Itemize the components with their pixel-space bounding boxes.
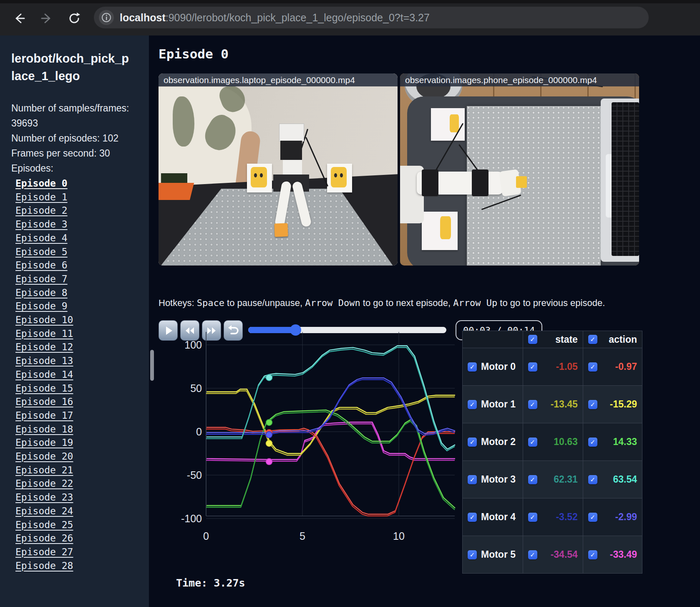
- sidebar: lerobot/koch_pick_place_1_lego Number of…: [0, 35, 149, 607]
- checkbox-checked-icon[interactable]: ✓: [468, 362, 477, 372]
- checkbox-checked-icon[interactable]: ✓: [588, 335, 597, 344]
- motor-state-value: 62.31: [541, 474, 578, 485]
- sidebar-episode-link[interactable]: Episode 11: [15, 327, 73, 341]
- sidebar-episode-link[interactable]: Episode 25: [15, 518, 73, 532]
- emoji-box-hug: [327, 164, 352, 192]
- sidebar-episode-link[interactable]: Episode 24: [15, 504, 73, 518]
- sidebar-episode-link[interactable]: Episode 17: [15, 409, 73, 422]
- sidebar-episode-link[interactable]: Episode 19: [15, 436, 73, 450]
- svg-text:0: 0: [203, 530, 209, 542]
- hotkey-key: Space: [197, 298, 224, 308]
- checkbox-checked-icon[interactable]: ✓: [588, 362, 597, 372]
- sidebar-episode-link[interactable]: Episode 9: [15, 299, 68, 313]
- sidebar-episode-link[interactable]: Episode 21: [15, 463, 73, 477]
- main-content: Episode 0 observation.images.laptop_epis…: [149, 35, 700, 607]
- sidebar-episode-link[interactable]: Episode 6: [15, 258, 68, 272]
- sidebar-episode-link[interactable]: Episode 26: [15, 531, 73, 545]
- motor-label: Motor 2: [481, 436, 516, 448]
- checkbox-checked-icon[interactable]: ✓: [468, 400, 477, 409]
- reload-icon[interactable]: [65, 9, 83, 28]
- checkbox-checked-icon[interactable]: ✓: [468, 475, 477, 484]
- hotkey-text: to go to previous episode.: [497, 298, 605, 308]
- checkbox-checked-icon[interactable]: ✓: [588, 513, 597, 522]
- forward-icon[interactable]: [38, 9, 56, 28]
- emoji-box: [422, 212, 458, 250]
- svg-text:10: 10: [393, 530, 405, 542]
- video-caption-laptop: observation.images.laptop_episode_000000…: [164, 75, 355, 85]
- sidebar-episode-link[interactable]: Episode 22: [15, 477, 73, 491]
- checkbox-checked-icon[interactable]: ✓: [528, 550, 537, 559]
- checkbox-checked-icon[interactable]: ✓: [468, 513, 477, 522]
- sidebar-episode-link[interactable]: Episode 18: [15, 422, 73, 436]
- sidebar-episode-link[interactable]: Episode 15: [15, 382, 73, 395]
- url-text[interactable]: localhost:9090/lerobot/koch_pick_place_1…: [120, 12, 430, 24]
- stat-episodes: Number of episodes: 102: [11, 131, 132, 146]
- sidebar-episode-link[interactable]: Episode 5: [15, 245, 68, 259]
- sidebar-episode-link[interactable]: Episode 7: [15, 272, 68, 286]
- motor-label: Motor 1: [481, 399, 516, 410]
- sidebar-episode-link[interactable]: Episode 1: [15, 190, 68, 204]
- sidebar-episode-link[interactable]: Episode 2: [15, 204, 68, 218]
- hug-sticker: [331, 167, 347, 187]
- table-header-state: ✓state: [523, 331, 583, 348]
- browser-chrome: localhost:9090/lerobot/koch_pick_place_1…: [0, 0, 700, 35]
- checkbox-checked-icon[interactable]: ✓: [528, 400, 537, 409]
- motor-action-value: 63.54: [602, 474, 637, 485]
- checkbox-checked-icon[interactable]: ✓: [588, 400, 597, 409]
- checkbox-checked-icon[interactable]: ✓: [588, 550, 597, 559]
- sidebar-episode-link[interactable]: Episode 20: [15, 450, 73, 463]
- motor-label: Motor 5: [481, 549, 516, 560]
- checkbox-checked-icon[interactable]: ✓: [528, 335, 537, 344]
- video-frame-laptop[interactable]: observation.images.laptop_episode_000000…: [159, 73, 398, 266]
- motor-state-value: -1.05: [541, 361, 578, 372]
- laptop-keyboard: [612, 102, 639, 256]
- url-host: localhost: [120, 12, 166, 23]
- hotkeys-help-text: Hotkeys: Space to pause/unpause, Arrow D…: [159, 298, 605, 309]
- checkbox-checked-icon[interactable]: ✓: [588, 475, 597, 484]
- chart-time-label: Time: 3.27s: [176, 577, 245, 589]
- checkbox-checked-icon[interactable]: ✓: [468, 550, 477, 559]
- address-bar[interactable]: localhost:9090/lerobot/koch_pick_place_1…: [94, 7, 649, 28]
- video-caption-bar: observation.images.phone_episode_000000.…: [400, 73, 639, 86]
- series-action-motor-1: [206, 389, 455, 453]
- video-row: observation.images.laptop_episode_000000…: [159, 73, 639, 266]
- current-value-dot: [266, 440, 272, 446]
- sidebar-episode-link[interactable]: Episode 16: [15, 395, 73, 409]
- robot-joint: [472, 169, 488, 196]
- sidebar-episode-link[interactable]: Episode 4: [15, 231, 68, 245]
- motor-chart[interactable]: 100500-50-1000510: [167, 328, 459, 561]
- table-header-action: ✓action: [583, 331, 642, 348]
- motor-state-value: -3.52: [541, 511, 578, 523]
- robot-motor-block: [280, 141, 302, 160]
- motor-table: ✓state✓action✓Motor 0✓-1.05✓-0.97✓Motor …: [462, 331, 642, 574]
- video-frame-phone[interactable]: observation.images.phone_episode_000000.…: [400, 73, 639, 266]
- motor-action-value: -33.49: [602, 549, 637, 560]
- back-icon[interactable]: [10, 9, 28, 28]
- sidebar-episode-link[interactable]: Episode 8: [15, 286, 68, 300]
- sidebar-episode-link[interactable]: Episode 10: [15, 313, 73, 327]
- sidebar-episode-link[interactable]: Episode 14: [15, 368, 73, 382]
- sidebar-episode-link[interactable]: Episode 28: [15, 559, 73, 573]
- checkbox-checked-icon[interactable]: ✓: [528, 362, 537, 372]
- series-state-motor-3: [206, 347, 455, 451]
- emoji-sticker: [440, 216, 451, 239]
- table-row: ✓Motor 4✓-3.52✓-2.99: [463, 498, 642, 536]
- sidebar-episode-link[interactable]: Episode 3: [15, 218, 68, 231]
- sidebar-episode-link[interactable]: Episode 13: [15, 354, 73, 368]
- page-title: Episode 0: [159, 46, 229, 61]
- checkbox-checked-icon[interactable]: ✓: [528, 438, 537, 447]
- sidebar-episode-link[interactable]: Episode 0: [15, 177, 68, 190]
- motor-action-value: -2.99: [602, 511, 637, 523]
- hotkey-key: Arrow Up: [453, 298, 497, 308]
- current-value-dot: [266, 458, 272, 465]
- scrollbar-thumb[interactable]: [150, 350, 154, 381]
- video-caption-phone: observation.images.phone_episode_000000.…: [405, 75, 597, 85]
- site-info-icon[interactable]: [99, 10, 114, 25]
- sidebar-episode-link[interactable]: Episode 12: [15, 340, 73, 354]
- checkbox-checked-icon[interactable]: ✓: [528, 475, 537, 484]
- checkbox-checked-icon[interactable]: ✓: [588, 438, 597, 447]
- sidebar-episode-link[interactable]: Episode 23: [15, 491, 73, 504]
- checkbox-checked-icon[interactable]: ✓: [528, 513, 537, 522]
- checkbox-checked-icon[interactable]: ✓: [468, 438, 477, 447]
- sidebar-episode-link[interactable]: Episode 27: [15, 545, 73, 559]
